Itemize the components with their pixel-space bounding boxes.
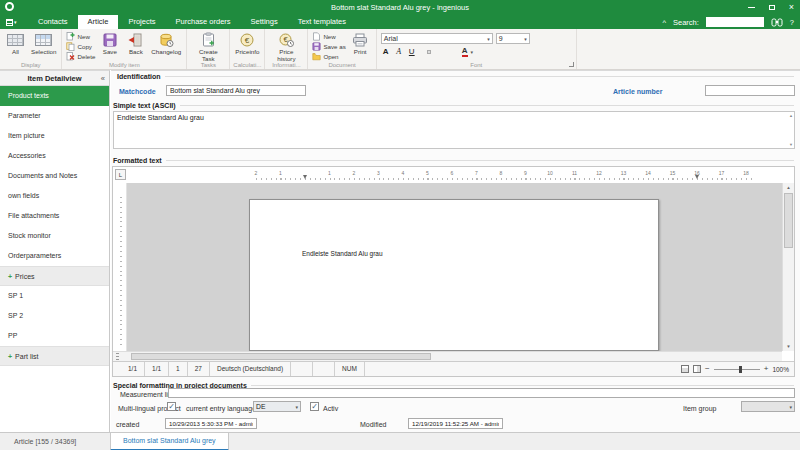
- simple-text-area[interactable]: Endleiste Standard Alu grau ▲ ▼: [113, 111, 795, 149]
- zoom-slider[interactable]: [714, 366, 760, 373]
- sidebar-item-pp[interactable]: PP: [0, 326, 109, 346]
- article-list-tab[interactable]: Article [155 / 34369]: [14, 433, 76, 450]
- ruler-number: 1: [279, 170, 282, 176]
- tab-article[interactable]: Article: [78, 15, 119, 29]
- font-family-combo[interactable]: Arial ▾: [381, 33, 493, 44]
- font-color-button[interactable]: A: [462, 46, 468, 57]
- underline-button[interactable]: U: [407, 46, 417, 57]
- sidebar-item-detailview: Item Detailview « Product texts Paramete…: [0, 70, 110, 432]
- ruler-number: 1: [328, 170, 331, 176]
- sidebar-item-sp2[interactable]: SP 2: [0, 306, 109, 326]
- collapse-ribbon-icon[interactable]: ^: [662, 18, 666, 27]
- application-menu-button[interactable]: ▾: [6, 17, 22, 27]
- tab-contacts[interactable]: Contacts: [28, 15, 78, 29]
- zoom-slider-thumb[interactable]: [739, 366, 742, 373]
- zoom-in-icon[interactable]: +: [764, 362, 769, 376]
- all-button[interactable]: All: [4, 31, 27, 56]
- matchcode-input[interactable]: [166, 85, 306, 96]
- document-new-button[interactable]: New: [312, 32, 345, 41]
- sidebar-item-sp1[interactable]: SP 1: [0, 286, 109, 306]
- bold-button[interactable]: A: [381, 46, 391, 57]
- help-icon[interactable]: ?: [790, 18, 794, 27]
- align-justify-button[interactable]: [448, 50, 452, 54]
- article-number-input[interactable]: [705, 85, 795, 96]
- print-button[interactable]: Print: [349, 31, 372, 56]
- sidebar-item-part-list[interactable]: +Part list: [0, 346, 109, 366]
- maximize-icon[interactable]: [769, 5, 775, 10]
- menubar: ▾ Contacts Article Projects Purchase ord…: [0, 15, 800, 29]
- sidebar-item-documents-and-notes[interactable]: Documents and Notes: [0, 166, 109, 186]
- price-history-button[interactable]: € Price history: [269, 31, 303, 63]
- zoom-out-icon[interactable]: −: [705, 362, 710, 376]
- article-number-label: Article number: [613, 88, 662, 95]
- binoculars-icon[interactable]: [771, 18, 783, 27]
- copy-item-button[interactable]: Copy: [66, 42, 95, 51]
- scroll-down-icon[interactable]: ▼: [783, 342, 794, 351]
- font-dialog-launcher-icon[interactable]: [569, 62, 574, 67]
- tab-projects[interactable]: Projects: [118, 15, 165, 29]
- entry-language-select[interactable]: DE ▾: [253, 401, 301, 412]
- sidebar-item-product-texts[interactable]: Product texts: [0, 86, 109, 106]
- delete-item-button[interactable]: Delete: [66, 52, 95, 61]
- horizontal-scrollbar[interactable]: [113, 351, 782, 361]
- chevron-down-icon[interactable]: ▾: [471, 49, 474, 55]
- horizontal-scroll-thumb[interactable]: [131, 353, 431, 360]
- page-view-icon[interactable]: [681, 365, 689, 373]
- ribbon-group-information: € Price history Informati...: [265, 29, 308, 69]
- measurement-line-input[interactable]: [168, 388, 795, 398]
- clipboard-task-icon: [202, 32, 215, 47]
- document-save-as-button[interactable]: Save as: [312, 42, 345, 51]
- two-page-view-icon[interactable]: [693, 365, 701, 373]
- page-text[interactable]: Endleiste Standard Alu grau: [302, 250, 383, 257]
- search-input[interactable]: [706, 17, 764, 27]
- splitter-grip-icon[interactable]: [116, 353, 119, 360]
- selection-button[interactable]: Selection: [30, 31, 57, 56]
- sidebar-item-orderparameters[interactable]: Orderparameters: [0, 246, 109, 266]
- tab-text-templates[interactable]: Text templates: [288, 15, 356, 29]
- current-article-tab[interactable]: Bottom slat Standard Alu grey: [110, 433, 229, 450]
- item-group-select[interactable]: ▾: [741, 401, 795, 412]
- create-task-button[interactable]: Create Task: [191, 31, 225, 63]
- scroll-up-icon[interactable]: ▲: [789, 113, 793, 118]
- changelog-button[interactable]: Changelog: [150, 31, 182, 56]
- multilingual-checkbox[interactable]: ✓: [167, 402, 176, 411]
- chevron-down-icon: ▾: [14, 19, 17, 25]
- status-column: 27: [188, 362, 210, 376]
- document-page[interactable]: Endleiste Standard Alu grau: [249, 199, 659, 351]
- tab-purchase-orders[interactable]: Purchase orders: [166, 15, 241, 29]
- sidebar-collapse-icon[interactable]: «: [101, 71, 105, 86]
- tabstop-selector-button[interactable]: L: [115, 169, 126, 180]
- sidebar-item-file-attachments[interactable]: File attachments: [0, 206, 109, 226]
- modified-label: Modified: [360, 421, 386, 428]
- minimize-icon[interactable]: [748, 7, 755, 8]
- scroll-up-icon[interactable]: ▲: [783, 183, 794, 192]
- vertical-scrollbar[interactable]: ▲ ▼: [782, 183, 794, 351]
- sidebar-item-own-fields[interactable]: own fields: [0, 186, 109, 206]
- close-icon[interactable]: ×: [789, 0, 794, 15]
- sidebar-item-parameter[interactable]: Parameter: [0, 106, 109, 126]
- sidebar-item-accessories[interactable]: Accessories: [0, 146, 109, 166]
- document-open-button[interactable]: Open: [312, 52, 345, 61]
- zoom-level: 100%: [772, 366, 789, 373]
- simple-text-section-header: Simple text (ASCII): [113, 102, 794, 109]
- save-button[interactable]: Save: [98, 31, 121, 56]
- vertical-scroll-thumb[interactable]: [784, 193, 793, 248]
- sidebar-item-prices[interactable]: +Prices: [0, 266, 109, 286]
- sidebar-item-stock-monitor[interactable]: Stock monitor: [0, 226, 109, 246]
- italic-button[interactable]: A: [394, 46, 404, 57]
- align-center-button[interactable]: [434, 50, 438, 54]
- new-icon: [66, 32, 75, 41]
- tab-settings[interactable]: Settings: [241, 15, 288, 29]
- back-button[interactable]: Back: [124, 31, 147, 56]
- ribbon-group-tasks: Create Task Tasks: [187, 29, 230, 69]
- activ-checkbox[interactable]: ✓: [310, 402, 319, 411]
- align-left-button[interactable]: [427, 50, 431, 54]
- align-right-button[interactable]: [441, 50, 445, 54]
- sidebar-item-item-picture[interactable]: Item picture: [0, 126, 109, 146]
- document-new-icon: [312, 32, 321, 41]
- font-size-combo[interactable]: 9 ▾: [496, 33, 530, 44]
- scroll-down-icon[interactable]: ▼: [789, 142, 793, 147]
- new-item-button[interactable]: New: [66, 32, 95, 41]
- indent-marker[interactable]: [303, 175, 307, 179]
- priceinfo-button[interactable]: € Priceinfo: [234, 31, 260, 56]
